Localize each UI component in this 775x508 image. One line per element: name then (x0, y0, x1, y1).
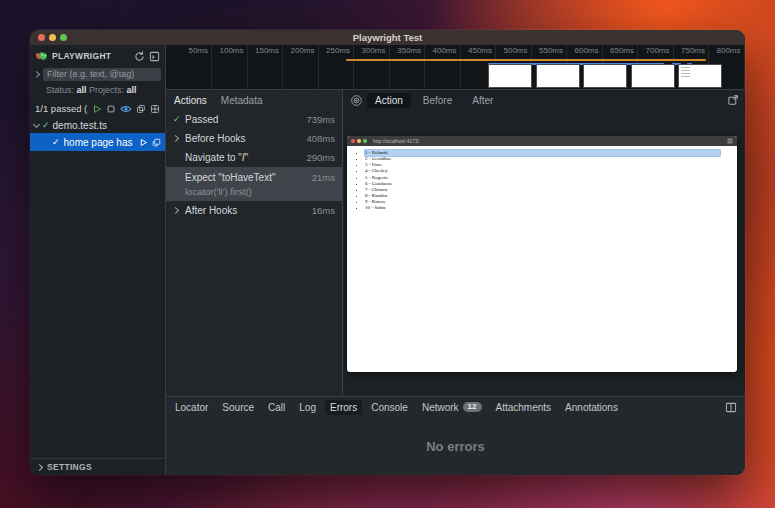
chevron-right-icon[interactable] (172, 135, 179, 142)
run-summary: 1/1 passed (100… (35, 103, 88, 114)
action-duration: 739ms (300, 114, 335, 125)
status-label: Status: (46, 85, 74, 95)
snapshot-browser-chrome: http://localhost:4173/ (347, 136, 737, 146)
filmstrip-frame[interactable] (488, 64, 532, 88)
snapshot-toolbar: Action Before After (344, 90, 745, 110)
snapshot-panel: Action Before After http://localhost:417… (344, 90, 745, 396)
action-row-passed[interactable]: ✓ Passed 739ms (166, 110, 342, 129)
filmstrip-frame[interactable] (583, 64, 627, 88)
timeline-tick: 250ms (319, 45, 355, 89)
tab-network[interactable]: Network12 (417, 400, 487, 415)
traffic-lights (38, 34, 67, 41)
tab-attachments[interactable]: Attachments (491, 400, 557, 415)
errors-empty-message: No errors (166, 417, 745, 475)
actions-tab-bar: Actions Metadata (166, 90, 342, 110)
timeline-tick: 300ms (354, 45, 390, 89)
frame-content-preview (681, 67, 690, 78)
timeline-filmstrip (488, 64, 722, 88)
open-external-icon[interactable] (727, 94, 739, 106)
filmstrip-frame[interactable] (678, 64, 722, 88)
filter-input[interactable] (43, 68, 161, 81)
settings-label: SETTINGS (47, 462, 92, 472)
main-area: 50ms100ms150ms200ms250ms300ms350ms400ms4… (166, 45, 745, 475)
tab-actions[interactable]: Actions (174, 95, 207, 106)
stop-icon[interactable] (106, 104, 116, 114)
snapshot-browser-window: http://localhost:4173/ 1 - Rolande2 - Ge… (347, 136, 737, 372)
actions-panel: Actions Metadata ✓ Passed 739ms Before H… (166, 90, 343, 396)
status-value[interactable]: all (77, 85, 87, 95)
snapshot-minimize-icon (357, 139, 361, 143)
action-row-after-hooks[interactable]: After Hooks 16ms (166, 201, 342, 220)
tab-log[interactable]: Log (294, 400, 321, 415)
snapshot-url: http://localhost:4173/ (373, 136, 725, 146)
action-duration: 290ms (300, 152, 335, 163)
tree-item-test-case-selected[interactable]: ✓ home page has the… (30, 133, 165, 151)
action-label: Navigate to "/" (185, 152, 248, 163)
filmstrip-frame[interactable] (536, 64, 580, 88)
pick-locator-target-icon[interactable] (350, 94, 363, 107)
snapshot-page: 1 - Rolande2 - Geraldine3 - Uma4 - Chesl… (347, 146, 737, 212)
chevron-down-icon[interactable] (33, 121, 40, 128)
tab-metadata[interactable]: Metadata (221, 95, 263, 106)
timeline[interactable]: 50ms100ms150ms200ms250ms300ms350ms400ms4… (166, 45, 745, 90)
tab-console[interactable]: Console (366, 400, 413, 415)
terminal-icon[interactable] (149, 51, 160, 62)
tab-action[interactable]: Action (367, 93, 411, 108)
snapshot-page-list: 1 - Rolande2 - Geraldine3 - Uma4 - Chesl… (353, 150, 737, 212)
filter-section (30, 65, 165, 83)
playwright-logo-icon (35, 50, 48, 63)
page-list-item[interactable]: 10 - Sabra (365, 205, 737, 211)
timeline-tick: 350ms (390, 45, 426, 89)
close-window-button[interactable] (38, 34, 45, 41)
pass-check-icon: ✓ (52, 138, 60, 147)
test-case-name: home page has the… (64, 137, 135, 148)
desktop-wallpaper: Playwright Test PLAYWRIGHT (0, 0, 775, 508)
watch-eye-icon[interactable] (120, 104, 132, 114)
tab-source[interactable]: Source (217, 400, 259, 415)
page-list-item[interactable]: 1 - Rolande (365, 150, 737, 156)
chevron-right-icon (36, 463, 43, 470)
tab-before[interactable]: Before (415, 93, 460, 108)
run-test-icon[interactable] (139, 138, 148, 147)
action-label: Expect "toHaveText" (185, 172, 275, 183)
tab-errors[interactable]: Errors (325, 400, 362, 415)
chevron-right-icon[interactable] (33, 70, 40, 77)
run-all-icon[interactable] (92, 104, 102, 114)
action-duration: 21ms (306, 172, 335, 183)
action-locator: locator('li').first() (166, 185, 342, 198)
timeline-network-bar (346, 59, 706, 61)
timeline-tick: 100ms (212, 45, 248, 89)
snapshot-menu-icon (727, 138, 733, 144)
reload-tests-icon[interactable] (134, 51, 145, 62)
chevron-right-icon[interactable] (172, 207, 179, 214)
projects-value[interactable]: all (127, 85, 137, 95)
tab-after[interactable]: After (464, 93, 501, 108)
zoom-window-button[interactable] (60, 34, 67, 41)
action-row-expect-selected[interactable]: Expect "toHaveText" 21ms locator('li').f… (166, 167, 342, 201)
status-filters[interactable]: Status: all Projects: all (30, 83, 165, 99)
action-label: Passed (185, 114, 218, 125)
action-row-navigate[interactable]: Navigate to "/" 290ms (166, 148, 342, 167)
app-name: PLAYWRIGHT (52, 51, 130, 61)
test-file-name: demo.test.ts (53, 120, 107, 131)
tab-locator[interactable]: Locator (170, 400, 213, 415)
bottom-panel: LocatorSourceCallLogErrorsConsoleNetwork… (166, 396, 745, 475)
grid-view-icon[interactable] (150, 104, 160, 114)
filmstrip-frame[interactable] (631, 64, 675, 88)
copy-icon[interactable] (136, 104, 146, 114)
playwright-test-window: Playwright Test PLAYWRIGHT (30, 30, 745, 475)
open-trace-icon[interactable] (152, 138, 161, 147)
tree-item-test-file[interactable]: ✓ demo.test.ts (30, 118, 165, 133)
timeline-tick: 200ms (283, 45, 319, 89)
title-bar[interactable]: Playwright Test (30, 30, 745, 45)
pass-check-icon: ✓ (42, 121, 50, 130)
minimize-window-button[interactable] (49, 34, 56, 41)
timeline-tick: 150ms (248, 45, 284, 89)
tab-annotations[interactable]: Annotations (560, 400, 623, 415)
settings-section[interactable]: SETTINGS (30, 458, 165, 475)
toggle-layout-columns-icon[interactable] (725, 402, 737, 413)
action-row-before-hooks[interactable]: Before Hooks 408ms (166, 129, 342, 148)
projects-label: Projects: (89, 85, 124, 95)
bottom-tabbar-row: LocatorSourceCallLogErrorsConsoleNetwork… (166, 397, 745, 417)
tab-call[interactable]: Call (263, 400, 290, 415)
